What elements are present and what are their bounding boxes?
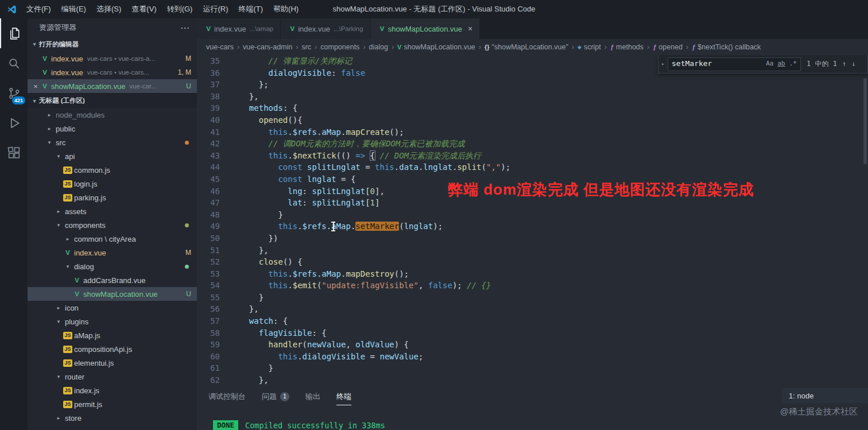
tree-item[interactable]: ▾router bbox=[28, 370, 197, 383]
close-icon[interactable]: × bbox=[468, 24, 472, 33]
code-line[interactable]: 55 } bbox=[197, 292, 868, 304]
breadcrumb-item[interactable]: vue-cars-admin bbox=[243, 43, 292, 51]
panel-tab[interactable]: 调试控制台 bbox=[208, 388, 246, 405]
regex-icon[interactable]: .* bbox=[789, 58, 797, 70]
more-actions-icon[interactable]: ··· bbox=[181, 24, 190, 32]
panel-tab[interactable]: 输出 bbox=[305, 388, 320, 405]
chevron-icon[interactable]: ▾ bbox=[54, 222, 63, 228]
match-case-icon[interactable]: Aa bbox=[766, 58, 773, 70]
editor-tab[interactable]: Vindex.vue...\Parking bbox=[281, 18, 370, 39]
search-icon[interactable] bbox=[0, 48, 28, 78]
code-line[interactable]: 57 watch: { bbox=[197, 315, 868, 327]
chevron-icon[interactable]: ▸ bbox=[45, 112, 54, 118]
open-editor-item[interactable]: Vindex.vuevue-cars • vue-cars...1, M bbox=[28, 65, 197, 79]
tree-item[interactable]: ▸store bbox=[28, 411, 197, 425]
tree-item[interactable]: ▸node_modules bbox=[28, 108, 197, 122]
open-editors-section-header[interactable]: ▾ 打开的编辑器 bbox=[28, 37, 197, 52]
code-line[interactable]: 44 const splitLnglat = this.data.lnglat.… bbox=[197, 161, 868, 173]
chevron-icon[interactable]: ▸ bbox=[45, 126, 54, 131]
tree-item[interactable]: VshowMapLocation.vueU bbox=[28, 287, 197, 301]
tree-item[interactable]: ▾src bbox=[28, 135, 197, 149]
chevron-icon[interactable]: ▸ bbox=[54, 305, 63, 311]
editor-tab[interactable]: Vindex.vue...\amap bbox=[197, 18, 280, 39]
explorer-icon[interactable] bbox=[0, 18, 28, 48]
tree-item[interactable]: ▾components bbox=[28, 218, 197, 232]
open-editor-item[interactable]: ×VshowMapLocation.vuevue-car...U bbox=[28, 79, 197, 93]
menu-item[interactable]: 查看(V) bbox=[126, 5, 161, 13]
workspace-section-header[interactable]: ▾ 无标题 (工作区) bbox=[28, 93, 197, 108]
chevron-icon[interactable]: ▾ bbox=[54, 374, 63, 379]
chevron-icon[interactable]: ▸ bbox=[63, 236, 72, 242]
menu-item[interactable]: 运行(R) bbox=[197, 5, 233, 13]
breadcrumb-item[interactable]: vue-cars bbox=[206, 43, 234, 51]
tree-item[interactable]: JSelementui.js bbox=[28, 356, 197, 370]
breadcrumb-item[interactable]: components bbox=[320, 43, 359, 51]
code-line[interactable]: 50 }) bbox=[197, 233, 868, 245]
code-line[interactable]: 42 // 调DOM元素的方法时，要确保DOM元素已被加载完成 bbox=[197, 138, 868, 150]
chevron-icon[interactable]: ▾ bbox=[54, 319, 63, 324]
code-line[interactable]: 58 flagVisible: { bbox=[197, 327, 868, 339]
scrollbar-thumb[interactable] bbox=[863, 78, 867, 164]
breadcrumb-item[interactable]: {}"showMapLocation.vue" bbox=[485, 43, 568, 51]
tree-item[interactable]: VaddCarsBrand.vue bbox=[28, 273, 197, 287]
breadcrumb-item[interactable]: ƒopened bbox=[653, 43, 683, 51]
breadcrumb-item[interactable]: dialog bbox=[369, 43, 388, 51]
tree-item[interactable]: ▾dialog bbox=[28, 259, 197, 273]
panel-tab[interactable]: 终端 bbox=[336, 388, 351, 405]
tree-item[interactable]: ▸common \ cityArea bbox=[28, 232, 197, 246]
tree-item[interactable]: ▾api bbox=[28, 149, 197, 163]
chevron-icon[interactable]: ▾ bbox=[63, 264, 72, 269]
chevron-icon[interactable]: ▸ bbox=[54, 208, 63, 214]
extensions-icon[interactable] bbox=[0, 138, 28, 168]
code-line[interactable]: 40 opened(){ bbox=[197, 114, 868, 126]
breadcrumb-item[interactable]: ƒ$nextTick() callback bbox=[692, 43, 761, 51]
code-line[interactable]: 47 lat: splitLnglat[1] bbox=[197, 197, 868, 209]
chevron-icon[interactable]: ▾ bbox=[54, 153, 63, 159]
tree-item[interactable]: ▸icon bbox=[28, 301, 197, 315]
tree-item[interactable]: Vindex.vueM bbox=[28, 246, 197, 259]
tree-item[interactable]: JSparking.js bbox=[28, 191, 197, 204]
breadcrumb-item[interactable]: ƒmethods bbox=[610, 43, 644, 51]
find-input[interactable]: setMarker Aa ab .* bbox=[668, 57, 801, 71]
chevron-icon[interactable]: ▾ bbox=[45, 140, 54, 145]
tree-item[interactable]: JSpermit.js bbox=[28, 397, 197, 411]
menu-item[interactable]: 帮助(H) bbox=[268, 5, 304, 13]
code-line[interactable]: 51 }, bbox=[197, 245, 868, 257]
tree-item[interactable]: JSindex.js bbox=[28, 383, 197, 397]
code-editor[interactable]: 35 // 弹窗显示/关闭标记36 dialogVisible: false37… bbox=[197, 55, 868, 388]
tree-item[interactable]: JSlogin.js bbox=[28, 177, 197, 191]
find-toggle-icon[interactable]: ▸ bbox=[658, 58, 668, 70]
code-line[interactable]: 62 }, bbox=[197, 374, 868, 386]
menu-item[interactable]: 选择(S) bbox=[91, 5, 126, 13]
menu-item[interactable]: 编辑(E) bbox=[56, 5, 91, 13]
code-line[interactable]: 59 handler(newValue, oldValue) { bbox=[197, 339, 868, 351]
next-match-icon[interactable]: ↓ bbox=[851, 58, 855, 70]
tree-item[interactable]: ▾plugins bbox=[28, 315, 197, 328]
code-line[interactable]: 56 }, bbox=[197, 303, 868, 315]
close-icon[interactable]: × bbox=[31, 82, 40, 91]
breadcrumb-item[interactable]: VshowMapLocation.vue bbox=[397, 43, 475, 51]
breadcrumb-item[interactable]: src bbox=[301, 43, 311, 51]
open-editor-item[interactable]: Vindex.vuevue-cars • vue-cars-a...M bbox=[28, 52, 197, 65]
code-line[interactable]: 54 this.$emit("update:flagVisible", fals… bbox=[197, 280, 868, 292]
code-line[interactable]: 39 methods: { bbox=[197, 102, 868, 114]
menu-item[interactable]: 转到(G) bbox=[162, 5, 198, 13]
code-line[interactable]: 43 this.$nextTick(() => { // DOM元素渲染完成后执… bbox=[197, 150, 868, 162]
tree-item[interactable]: JScompositionApi.js bbox=[28, 342, 197, 356]
code-line[interactable]: 48 } bbox=[197, 209, 868, 221]
code-line[interactable]: 52 close() { bbox=[197, 256, 868, 268]
tree-item[interactable]: ▸public bbox=[28, 122, 197, 135]
terminal-shell-select[interactable]: 1: node bbox=[782, 388, 868, 403]
menu-item[interactable]: 文件(F) bbox=[21, 5, 56, 13]
chevron-icon[interactable]: ▸ bbox=[54, 415, 63, 421]
menu-item[interactable]: 终端(T) bbox=[233, 5, 268, 13]
prev-match-icon[interactable]: ↑ bbox=[842, 58, 846, 70]
code-line[interactable]: 49 this.$refs.aMap.setMarker(lnglat); bbox=[197, 220, 868, 233]
code-line[interactable]: 41 this.$refs.aMap.mapCreate(); bbox=[197, 126, 868, 138]
panel-tab[interactable]: 问题1 bbox=[262, 388, 289, 405]
tree-item[interactable]: ▸assets bbox=[28, 204, 197, 218]
source-control-icon[interactable]: 421 bbox=[0, 78, 28, 108]
code-line[interactable]: 53 this.$refs.aMap.mapDestroy(); bbox=[197, 268, 868, 280]
code-line[interactable]: 37 }; bbox=[197, 79, 868, 91]
breadcrumb-item[interactable]: ◆script bbox=[578, 43, 601, 51]
